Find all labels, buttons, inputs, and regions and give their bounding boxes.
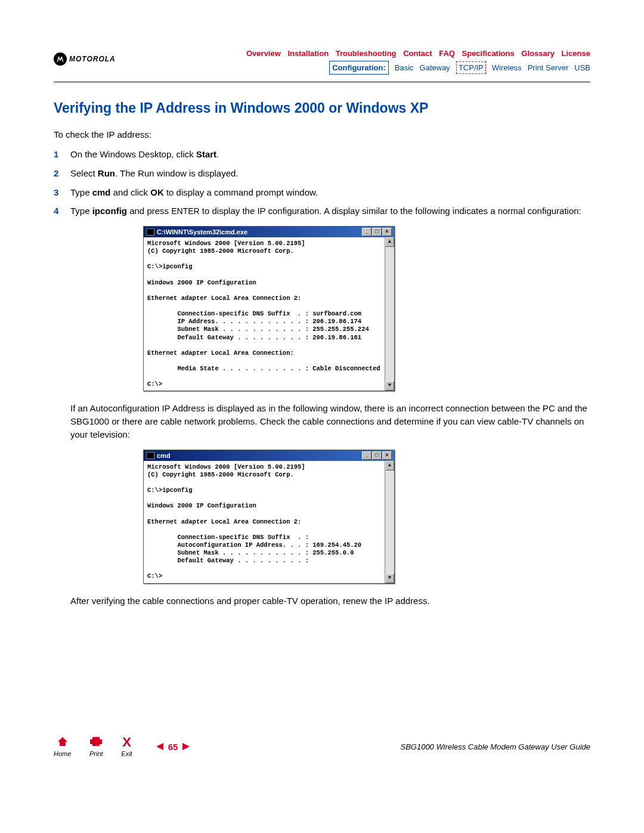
cmd2-scrollbar[interactable]: ▲ ▼ xyxy=(385,461,394,583)
page-title: Verifying the IP Address in Windows 2000… xyxy=(54,100,590,116)
home-icon xyxy=(57,736,69,747)
minimize-icon[interactable]: _ xyxy=(362,228,371,236)
home-label: Home xyxy=(54,750,71,757)
guide-title: SBG1000 Wireless Cable Modem Gateway Use… xyxy=(400,742,590,751)
nav-installation[interactable]: Installation xyxy=(287,49,329,58)
pager: 65 xyxy=(156,742,190,752)
maximize-icon[interactable]: □ xyxy=(372,228,382,236)
svg-rect-0 xyxy=(90,739,102,744)
header-bar: MOTOROLA Overview Installation Troublesh… xyxy=(54,48,590,75)
maximize-icon[interactable]: □ xyxy=(372,451,382,460)
scroll-up-icon[interactable]: ▲ xyxy=(385,237,394,247)
scroll-down-icon[interactable]: ▼ xyxy=(385,574,394,583)
nav-configuration-label: Configuration: xyxy=(329,61,389,75)
step-2-run: Run xyxy=(98,168,115,178)
cmd1-output: Microsoft Windows 2000 [Version 5.00.219… xyxy=(144,237,385,391)
step-4-enter: ENTER xyxy=(171,206,199,216)
step-1: 1 On the Windows Desktop, click Start. xyxy=(54,148,590,161)
close-icon[interactable]: × xyxy=(382,451,392,460)
page-number: 65 xyxy=(168,742,178,752)
step-list: 1 On the Windows Desktop, click Start. 2… xyxy=(54,148,590,218)
step-3-text-c: and click xyxy=(111,187,151,197)
svg-rect-2 xyxy=(92,744,100,746)
cmd1-title-text: C:\WINNT\System32\cmd.exe xyxy=(157,228,360,236)
cmd2-output: Microsoft Windows 2000 [Version 5.00.219… xyxy=(144,461,385,583)
step-4-text-c: and press xyxy=(127,206,171,216)
cmd-icon xyxy=(146,452,154,459)
cmd2-titlebar: cmd _ □ × xyxy=(144,450,394,461)
print-button[interactable]: Print xyxy=(89,736,103,757)
minimize-icon[interactable]: _ xyxy=(362,451,371,460)
scroll-down-icon[interactable]: ▼ xyxy=(385,381,394,391)
nav-secondary: Configuration: Basic Gateway TCP/IP Wire… xyxy=(242,61,590,75)
footer-bar: Home Print X Exit 65 SBG1000 Wireless Ca… xyxy=(54,736,590,757)
cmd2-title-text: cmd xyxy=(157,452,360,459)
step-1-start: Start xyxy=(196,149,216,159)
print-label: Print xyxy=(89,750,103,757)
step-2-text-c: . The Run window is displayed. xyxy=(115,168,239,178)
nav-contact[interactable]: Contact xyxy=(403,49,432,58)
step-4-text-e: to display the IP configuration. A displ… xyxy=(200,206,581,216)
next-page-button[interactable] xyxy=(182,743,190,750)
nav-glossary[interactable]: Glossary xyxy=(521,49,555,58)
nav-wireless[interactable]: Wireless xyxy=(492,62,522,74)
step-3-text-e: to display a command prompt window. xyxy=(164,187,318,197)
cmd1-titlebar: C:\WINNT\System32\cmd.exe _ □ × xyxy=(144,227,394,237)
step-3: 3 Type cmd and click OK to display a com… xyxy=(54,186,590,199)
exit-icon: X xyxy=(122,735,131,750)
para-autoconfig: If an Autoconfiguration IP Address is di… xyxy=(70,402,590,441)
intro-text: To check the IP address: xyxy=(54,129,590,140)
para-after-verify: After verifying the cable connections an… xyxy=(70,594,590,608)
exit-button[interactable]: X Exit xyxy=(121,737,132,757)
brand-text: MOTOROLA xyxy=(69,55,116,63)
nav-specifications[interactable]: Specifications xyxy=(462,49,515,58)
print-icon xyxy=(89,736,103,747)
step-2: 2 Select Run. The Run window is displaye… xyxy=(54,167,590,180)
close-icon[interactable]: × xyxy=(382,228,392,236)
step-3-text-a: Type xyxy=(70,187,92,197)
cmd-window-2: cmd _ □ × Microsoft Windows 2000 [Versio… xyxy=(143,450,395,584)
divider xyxy=(54,82,590,82)
cmd-window-1: C:\WINNT\System32\cmd.exe _ □ × Microsof… xyxy=(143,226,395,391)
step-1-text-a: On the Windows Desktop, click xyxy=(70,149,196,159)
step-3-cmd: cmd xyxy=(92,187,111,197)
nav-usb[interactable]: USB xyxy=(574,62,590,74)
cmd1-scrollbar[interactable]: ▲ ▼ xyxy=(385,237,394,391)
motorola-icon xyxy=(54,52,67,66)
home-button[interactable]: Home xyxy=(54,736,71,757)
exit-label: Exit xyxy=(121,750,132,757)
brand-logo: MOTOROLA xyxy=(54,52,116,66)
nav-printserver[interactable]: Print Server xyxy=(528,62,569,74)
step-4-ipconfig: ipconfig xyxy=(92,206,127,216)
nav-troubleshooting[interactable]: Troubleshooting xyxy=(336,49,397,58)
prev-page-button[interactable] xyxy=(156,743,163,750)
step-4-text-a: Type xyxy=(70,206,92,216)
nav-primary: Overview Installation Troubleshooting Co… xyxy=(242,48,590,60)
svg-rect-1 xyxy=(92,737,100,740)
scroll-up-icon[interactable]: ▲ xyxy=(385,461,394,470)
step-2-text-a: Select xyxy=(70,168,98,178)
nav-overview[interactable]: Overview xyxy=(246,49,281,58)
nav-license[interactable]: License xyxy=(562,49,590,58)
nav-basic[interactable]: Basic xyxy=(395,62,414,74)
step-3-ok: OK xyxy=(150,187,164,197)
nav-tcpip[interactable]: TCP/IP xyxy=(456,61,486,75)
cmd-icon xyxy=(146,228,154,236)
step-4: 4 Type ipconfig and press ENTER to displ… xyxy=(54,205,590,218)
nav-gateway[interactable]: Gateway xyxy=(420,62,450,74)
step-1-text-c: . xyxy=(216,149,219,159)
nav-faq[interactable]: FAQ xyxy=(439,49,455,58)
